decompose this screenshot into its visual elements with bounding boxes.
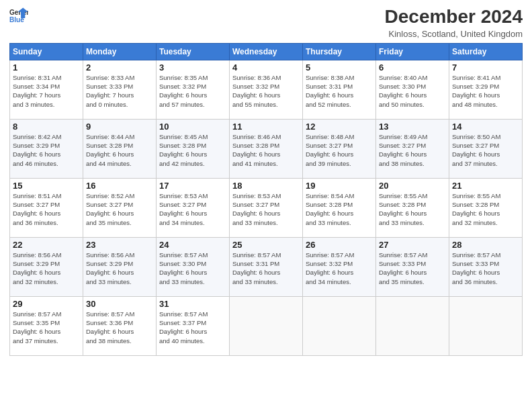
day-info: Sunrise: 8:48 AMSunset: 3:27 PMDaylight:… xyxy=(306,132,373,168)
calendar-cell: 24Sunrise: 8:57 AMSunset: 3:30 PMDayligh… xyxy=(157,237,230,296)
calendar-cell: 27Sunrise: 8:57 AMSunset: 3:33 PMDayligh… xyxy=(376,237,449,296)
header-cell-tuesday: Tuesday xyxy=(157,43,230,60)
day-info: Sunrise: 8:41 AMSunset: 3:29 PMDaylight:… xyxy=(452,73,519,109)
day-info: Sunrise: 8:44 AMSunset: 3:28 PMDaylight:… xyxy=(86,132,153,168)
calendar-cell: 11Sunrise: 8:46 AMSunset: 3:28 PMDayligh… xyxy=(230,119,303,178)
day-number: 22 xyxy=(13,240,80,250)
day-info: Sunrise: 8:56 AMSunset: 3:29 PMDaylight:… xyxy=(86,250,153,286)
calendar-cell: 5Sunrise: 8:38 AMSunset: 3:31 PMDaylight… xyxy=(303,60,376,119)
calendar-cell: 28Sunrise: 8:57 AMSunset: 3:33 PMDayligh… xyxy=(449,237,523,296)
calendar-cell: 18Sunrise: 8:53 AMSunset: 3:27 PMDayligh… xyxy=(230,178,303,237)
day-number: 4 xyxy=(232,62,300,73)
subtitle: Kinloss, Scotland, United Kingdom xyxy=(385,29,523,39)
calendar-cell: 15Sunrise: 8:51 AMSunset: 3:27 PMDayligh… xyxy=(10,178,83,237)
header-cell-friday: Friday xyxy=(376,43,449,60)
day-number: 14 xyxy=(452,122,519,132)
day-number: 16 xyxy=(86,181,153,191)
day-info: Sunrise: 8:38 AMSunset: 3:31 PMDaylight:… xyxy=(306,73,373,109)
day-number: 29 xyxy=(13,299,80,309)
week-row-1: 1Sunrise: 8:31 AMSunset: 3:34 PMDaylight… xyxy=(10,60,523,119)
page: General Blue December 2024 Kinloss, Scot… xyxy=(0,0,532,411)
day-number: 15 xyxy=(13,181,80,191)
header-cell-sunday: Sunday xyxy=(10,43,83,60)
calendar-cell: 19Sunrise: 8:54 AMSunset: 3:28 PMDayligh… xyxy=(303,178,376,237)
calendar-body: 1Sunrise: 8:31 AMSunset: 3:34 PMDaylight… xyxy=(10,60,523,355)
week-row-3: 15Sunrise: 8:51 AMSunset: 3:27 PMDayligh… xyxy=(10,178,523,237)
calendar-cell: 2Sunrise: 8:33 AMSunset: 3:33 PMDaylight… xyxy=(83,60,157,119)
header-row: SundayMondayTuesdayWednesdayThursdayFrid… xyxy=(10,43,523,60)
title-block: December 2024 Kinloss, Scotland, United … xyxy=(385,7,523,39)
calendar: SundayMondayTuesdayWednesdayThursdayFrid… xyxy=(9,43,523,356)
day-info: Sunrise: 8:57 AMSunset: 3:31 PMDaylight:… xyxy=(232,250,300,286)
day-number: 9 xyxy=(86,122,153,132)
calendar-cell: 3Sunrise: 8:35 AMSunset: 3:32 PMDaylight… xyxy=(157,60,230,119)
header: General Blue December 2024 Kinloss, Scot… xyxy=(9,7,523,39)
day-number: 2 xyxy=(86,62,153,73)
day-number: 18 xyxy=(232,181,300,191)
calendar-cell: 7Sunrise: 8:41 AMSunset: 3:29 PMDaylight… xyxy=(449,60,523,119)
calendar-cell: 12Sunrise: 8:48 AMSunset: 3:27 PMDayligh… xyxy=(303,119,376,178)
day-info: Sunrise: 8:31 AMSunset: 3:34 PMDaylight:… xyxy=(13,73,80,109)
day-info: Sunrise: 8:36 AMSunset: 3:32 PMDaylight:… xyxy=(232,73,300,109)
calendar-cell: 6Sunrise: 8:40 AMSunset: 3:30 PMDaylight… xyxy=(376,60,449,119)
logo: General Blue xyxy=(9,7,28,26)
calendar-cell: 21Sunrise: 8:55 AMSunset: 3:28 PMDayligh… xyxy=(449,178,523,237)
day-info: Sunrise: 8:35 AMSunset: 3:32 PMDaylight:… xyxy=(159,73,226,109)
day-info: Sunrise: 8:56 AMSunset: 3:29 PMDaylight:… xyxy=(13,250,80,286)
day-info: Sunrise: 8:53 AMSunset: 3:27 PMDaylight:… xyxy=(159,191,226,227)
calendar-cell xyxy=(303,296,376,355)
calendar-cell: 16Sunrise: 8:52 AMSunset: 3:27 PMDayligh… xyxy=(83,178,157,237)
day-number: 30 xyxy=(86,299,153,309)
logo-icon: General Blue xyxy=(9,7,28,26)
day-number: 8 xyxy=(13,122,80,132)
header-cell-monday: Monday xyxy=(83,43,157,60)
day-info: Sunrise: 8:51 AMSunset: 3:27 PMDaylight:… xyxy=(13,191,80,227)
day-number: 31 xyxy=(159,299,226,309)
day-info: Sunrise: 8:57 AMSunset: 3:36 PMDaylight:… xyxy=(86,310,153,345)
calendar-header: SundayMondayTuesdayWednesdayThursdayFrid… xyxy=(10,43,523,60)
day-number: 21 xyxy=(452,181,519,191)
day-number: 23 xyxy=(86,240,153,250)
day-number: 6 xyxy=(379,62,446,73)
day-number: 24 xyxy=(159,240,226,250)
day-info: Sunrise: 8:42 AMSunset: 3:29 PMDaylight:… xyxy=(13,132,80,168)
day-info: Sunrise: 8:46 AMSunset: 3:28 PMDaylight:… xyxy=(232,132,300,168)
day-info: Sunrise: 8:49 AMSunset: 3:27 PMDaylight:… xyxy=(379,132,446,168)
calendar-cell xyxy=(376,296,449,355)
day-number: 26 xyxy=(306,240,373,250)
day-number: 12 xyxy=(306,122,373,132)
week-row-5: 29Sunrise: 8:57 AMSunset: 3:35 PMDayligh… xyxy=(10,296,523,355)
calendar-cell: 9Sunrise: 8:44 AMSunset: 3:28 PMDaylight… xyxy=(83,119,157,178)
calendar-cell: 17Sunrise: 8:53 AMSunset: 3:27 PMDayligh… xyxy=(157,178,230,237)
calendar-cell: 31Sunrise: 8:57 AMSunset: 3:37 PMDayligh… xyxy=(157,296,230,355)
header-cell-saturday: Saturday xyxy=(449,43,523,60)
main-title: December 2024 xyxy=(385,7,523,28)
day-info: Sunrise: 8:54 AMSunset: 3:28 PMDaylight:… xyxy=(306,191,373,227)
header-cell-wednesday: Wednesday xyxy=(230,43,303,60)
day-info: Sunrise: 8:57 AMSunset: 3:33 PMDaylight:… xyxy=(379,250,446,286)
day-info: Sunrise: 8:57 AMSunset: 3:33 PMDaylight:… xyxy=(452,250,519,286)
day-info: Sunrise: 8:33 AMSunset: 3:33 PMDaylight:… xyxy=(86,73,153,109)
day-number: 3 xyxy=(159,62,226,73)
day-info: Sunrise: 8:45 AMSunset: 3:28 PMDaylight:… xyxy=(159,132,226,168)
day-number: 10 xyxy=(159,122,226,132)
calendar-cell: 13Sunrise: 8:49 AMSunset: 3:27 PMDayligh… xyxy=(376,119,449,178)
calendar-cell: 26Sunrise: 8:57 AMSunset: 3:32 PMDayligh… xyxy=(303,237,376,296)
calendar-cell: 30Sunrise: 8:57 AMSunset: 3:36 PMDayligh… xyxy=(83,296,157,355)
day-number: 5 xyxy=(306,62,373,73)
calendar-cell: 23Sunrise: 8:56 AMSunset: 3:29 PMDayligh… xyxy=(83,237,157,296)
day-number: 17 xyxy=(159,181,226,191)
day-info: Sunrise: 8:40 AMSunset: 3:30 PMDaylight:… xyxy=(379,73,446,109)
day-info: Sunrise: 8:55 AMSunset: 3:28 PMDaylight:… xyxy=(379,191,446,227)
calendar-cell: 20Sunrise: 8:55 AMSunset: 3:28 PMDayligh… xyxy=(376,178,449,237)
calendar-cell: 14Sunrise: 8:50 AMSunset: 3:27 PMDayligh… xyxy=(449,119,523,178)
calendar-cell: 8Sunrise: 8:42 AMSunset: 3:29 PMDaylight… xyxy=(10,119,83,178)
day-number: 20 xyxy=(379,181,446,191)
calendar-cell xyxy=(230,296,303,355)
calendar-cell: 1Sunrise: 8:31 AMSunset: 3:34 PMDaylight… xyxy=(10,60,83,119)
week-row-4: 22Sunrise: 8:56 AMSunset: 3:29 PMDayligh… xyxy=(10,237,523,296)
day-info: Sunrise: 8:50 AMSunset: 3:27 PMDaylight:… xyxy=(452,132,519,168)
day-info: Sunrise: 8:57 AMSunset: 3:30 PMDaylight:… xyxy=(159,250,226,286)
calendar-cell: 4Sunrise: 8:36 AMSunset: 3:32 PMDaylight… xyxy=(230,60,303,119)
day-info: Sunrise: 8:53 AMSunset: 3:27 PMDaylight:… xyxy=(232,191,300,227)
